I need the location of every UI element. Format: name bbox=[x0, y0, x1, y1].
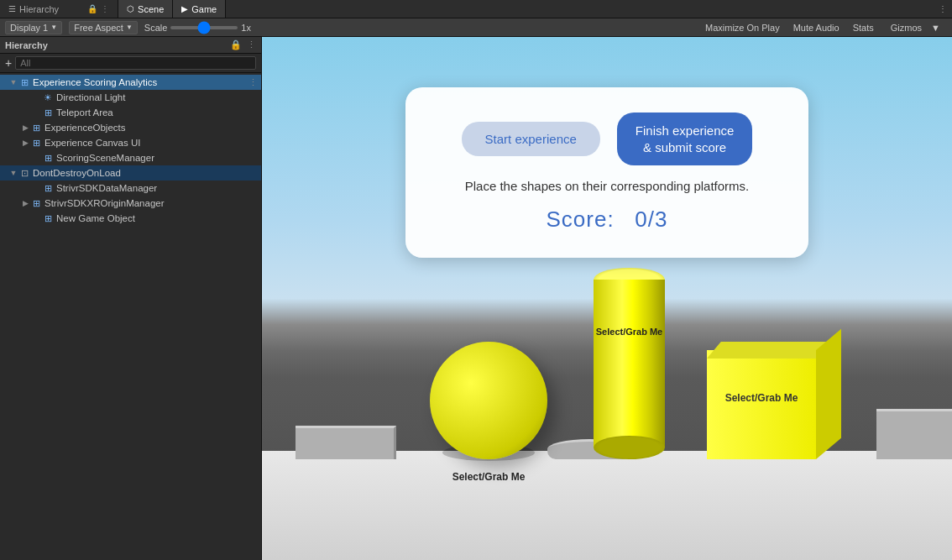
lock-icon[interactable]: 🔒 bbox=[230, 39, 242, 50]
main-content: Hierarchy 🔒 ⋮ + ▼ ⊞ Experience Scoring A… bbox=[0, 37, 952, 560]
tree-item-sdk-xr[interactable]: ▶ ⊞ StrivrSDKXROriginManager bbox=[0, 196, 261, 211]
tree-item-scoring-manager[interactable]: ⊞ ScoringSceneManager bbox=[0, 150, 261, 165]
xr-icon: ⊞ bbox=[30, 198, 42, 209]
hierarchy-tree: ▼ ⊞ Experience Scoring Analytics ⋮ ☀ Dir… bbox=[0, 73, 261, 560]
tab-extra-controls: ⋮ bbox=[934, 0, 952, 18]
hierarchy-search-row: + bbox=[0, 54, 261, 73]
add-button[interactable]: + bbox=[5, 56, 12, 70]
canvas-icon: ⊞ bbox=[30, 138, 42, 149]
tree-item-directional-light[interactable]: ☀ Directional Light bbox=[0, 90, 261, 105]
tree-item-teleport[interactable]: ⊞ Teleport Area bbox=[0, 105, 261, 120]
expand-icon: ▼ bbox=[8, 169, 18, 177]
gameobj-icon: ⊞ bbox=[42, 213, 54, 224]
yellow-sphere[interactable]: Select/Grab Me bbox=[430, 342, 547, 459]
scale-section: Scale 1x bbox=[144, 23, 251, 33]
tree-item-sdk-data[interactable]: ⊞ StrivrSDKDataManager bbox=[0, 181, 261, 196]
cube-top-face bbox=[707, 342, 830, 359]
tree-item-canvas[interactable]: ▶ ⊞ Experience Canvas UI bbox=[0, 135, 261, 150]
tree-item-experience-objects[interactable]: ▶ ⊞ ExperienceObjects bbox=[0, 120, 261, 135]
manager-icon: ⊞ bbox=[42, 153, 54, 164]
more-icon[interactable]: ⋮ bbox=[247, 39, 256, 50]
expand-icon: ▶ bbox=[20, 123, 30, 132]
expand-icon: ▶ bbox=[20, 199, 30, 207]
game-toolbar: Display 1 ▼ Free Aspect ▼ Scale 1x Maxim… bbox=[0, 18, 952, 37]
sphere-label: Select/Grab Me bbox=[452, 471, 526, 483]
expand-icon: ▶ bbox=[20, 139, 30, 147]
instruction-text: Place the shapes on their corresponding … bbox=[465, 179, 750, 193]
cylinder-body: Select/Grab Me bbox=[594, 280, 665, 447]
scale-slider[interactable] bbox=[170, 26, 238, 29]
item-menu-icon[interactable]: ⋮ bbox=[248, 77, 261, 88]
maximize-on-play[interactable]: Maximize On Play bbox=[702, 22, 783, 34]
hierarchy-header-icons: 🔒 ⋮ bbox=[230, 39, 256, 50]
sdk-icon: ⊞ bbox=[42, 183, 54, 194]
gizmos-button[interactable]: Gizmos ▼ bbox=[884, 22, 947, 34]
area-icon: ⊞ bbox=[42, 107, 54, 118]
right-toolbar: Maximize On Play Mute Audio Stats Gizmos… bbox=[702, 22, 947, 34]
cube-side-face bbox=[816, 329, 841, 459]
platform-left bbox=[296, 426, 396, 459]
floor-surface bbox=[262, 451, 952, 560]
finish-experience-button[interactable]: Finish experience & submit score bbox=[617, 113, 753, 165]
tab-bar: ☰ Hierarchy 🔒 ⋮ ⬡ Scene ▶ Game ⋮ bbox=[0, 0, 952, 18]
dontdestroy-icon: ⊡ bbox=[18, 168, 30, 179]
score-display: Score: 0/3 bbox=[547, 207, 668, 233]
hierarchy-panel: Hierarchy 🔒 ⋮ + ▼ ⊞ Experience Scoring A… bbox=[0, 37, 262, 560]
light-icon: ☀ bbox=[42, 92, 54, 103]
cylinder-label: Select/Grab Me bbox=[594, 327, 665, 337]
button-row: Start experience Finish experience & sub… bbox=[462, 113, 753, 165]
hierarchy-header: Hierarchy 🔒 ⋮ bbox=[0, 37, 261, 54]
yellow-cylinder[interactable]: Select/Grab Me bbox=[594, 268, 665, 459]
mute-audio[interactable]: Mute Audio bbox=[790, 22, 843, 34]
object-icon: ⊞ bbox=[30, 123, 42, 133]
tab-game[interactable]: ▶ Game bbox=[173, 0, 226, 18]
tab-scene[interactable]: ⬡ Scene bbox=[118, 0, 173, 18]
tree-item-dontdestroy[interactable]: ▼ ⊡ DontDestroyOnLoad ⋮ bbox=[0, 165, 261, 181]
display-section: Display 1 ▼ bbox=[5, 21, 62, 34]
display-dropdown[interactable]: Display 1 ▼ bbox=[5, 21, 62, 34]
object-icon: ⊞ bbox=[18, 77, 30, 88]
aspect-dropdown[interactable]: Free Aspect ▼ bbox=[69, 21, 138, 34]
platform-right bbox=[876, 409, 952, 459]
cylinder-bottom bbox=[594, 436, 665, 459]
scene-icon: ⬡ bbox=[127, 4, 134, 13]
hierarchy-icon: ☰ bbox=[8, 4, 16, 13]
yellow-cube[interactable]: Select/Grab Me bbox=[707, 350, 816, 459]
game-view: Select/Grab Me Select/Grab Me Select/Gra… bbox=[262, 37, 952, 560]
stats-button[interactable]: Stats bbox=[850, 22, 877, 34]
game-ui-panel: Start experience Finish experience & sub… bbox=[405, 87, 808, 258]
aspect-section: Free Aspect ▼ bbox=[69, 21, 138, 34]
tab-hierarchy[interactable]: ☰ Hierarchy 🔒 ⋮ bbox=[0, 0, 118, 18]
game-icon: ▶ bbox=[181, 4, 188, 13]
start-experience-button[interactable]: Start experience bbox=[462, 122, 600, 156]
tree-item-experience-scoring[interactable]: ▼ ⊞ Experience Scoring Analytics ⋮ bbox=[0, 75, 261, 90]
hierarchy-search-input[interactable] bbox=[15, 56, 256, 70]
tree-item-new-game-object[interactable]: ⊞ New Game Object bbox=[0, 211, 261, 226]
expand-icon: ▼ bbox=[8, 78, 18, 86]
cube-front-face: Select/Grab Me bbox=[707, 350, 816, 459]
